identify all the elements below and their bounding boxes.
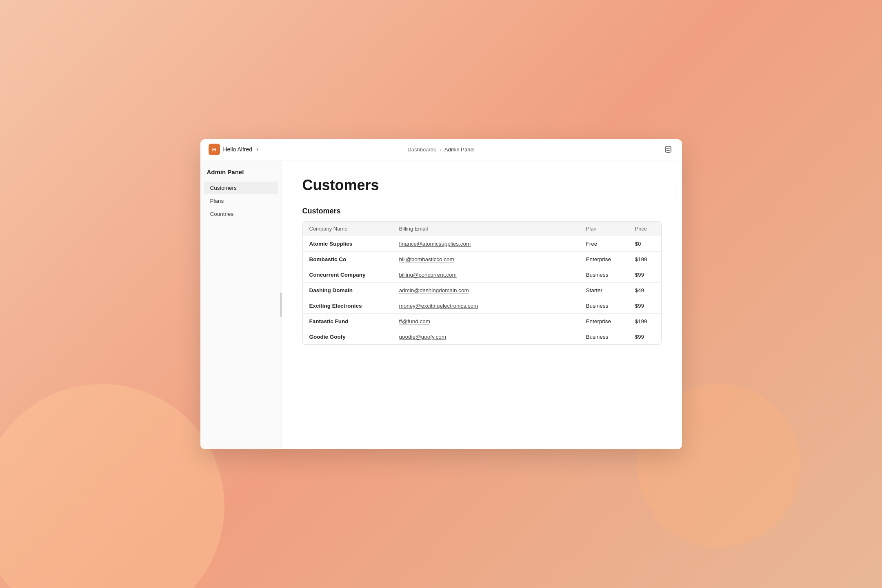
col-header-company: Company Name [303,222,393,236]
cell-company: Fantastic Fund [303,313,393,329]
cell-email[interactable]: ff@fund.com [393,313,580,329]
cell-price: $199 [629,251,661,267]
chevron-down-icon: ▾ [256,147,259,152]
cell-plan: Starter [580,282,629,298]
cell-company: Goodie Goofy [303,329,393,344]
sidebar: Admin Panel Customers Plans Countries [200,160,282,449]
cell-price: $99 [629,298,661,313]
customers-table: Company Name Billing Email Plan Price At… [303,222,661,344]
page-title: Customers [302,177,662,194]
cell-email[interactable]: admin@dashingdomain.com [393,282,580,298]
table-row: Dashing Domainadmin@dashingdomain.comSta… [303,282,661,298]
app-window: H Hello Alfred ▾ Dashboards › Admin Pane… [200,139,682,449]
customers-table-wrapper: Company Name Billing Email Plan Price At… [302,221,662,345]
cell-price: $199 [629,313,661,329]
cell-company: Dashing Domain [303,282,393,298]
cell-price: $99 [629,329,661,344]
cell-plan: Business [580,329,629,344]
cell-company: Atomic Supplies [303,236,393,251]
col-header-plan: Plan [580,222,629,236]
email-link[interactable]: admin@dashingdomain.com [399,287,469,293]
sidebar-scrollbar [280,293,282,317]
sidebar-title: Admin Panel [200,169,282,181]
svg-point-0 [665,146,671,149]
sidebar-item-customers[interactable]: Customers [204,182,278,194]
cell-email[interactable]: finance@atomicsupplies.com [393,236,580,251]
breadcrumb-current: Admin Panel [444,146,475,153]
table-row: Atomic Suppliesfinance@atomicsupplies.co… [303,236,661,251]
app-switcher[interactable]: H Hello Alfred ▾ [209,144,259,155]
cell-plan: Business [580,298,629,313]
cell-email[interactable]: bill@bombasticco.com [393,251,580,267]
cell-email[interactable]: goodie@goofy.com [393,329,580,344]
section-title: Customers [302,207,662,215]
database-icon[interactable] [662,144,674,155]
email-link[interactable]: money@excitingelectronics.com [399,303,478,309]
table-row: Fantastic Fundff@fund.comEnterprise$199 [303,313,661,329]
cell-price: $0 [629,236,661,251]
cell-price: $49 [629,282,661,298]
content-area: Customers Customers Company Name Billing… [282,160,682,449]
breadcrumb-parent[interactable]: Dashboards [407,146,436,153]
cell-email[interactable]: billing@concurrent.com [393,267,580,282]
topbar-actions [662,144,674,155]
col-header-price: Price [629,222,661,236]
cell-plan: Enterprise [580,313,629,329]
cell-email[interactable]: money@excitingelectronics.com [393,298,580,313]
cell-company: Concurrent Company [303,267,393,282]
email-link[interactable]: billing@concurrent.com [399,272,457,278]
cell-plan: Business [580,267,629,282]
app-name-label: Hello Alfred [223,146,253,153]
breadcrumb: Dashboards › Admin Panel [407,146,474,153]
app-logo: H [209,144,220,155]
cell-plan: Free [580,236,629,251]
email-link[interactable]: bill@bombasticco.com [399,256,454,262]
sidebar-item-plans[interactable]: Plans [204,195,278,207]
email-link[interactable]: goodie@goofy.com [399,334,447,340]
email-link[interactable]: ff@fund.com [399,318,431,324]
cell-plan: Enterprise [580,251,629,267]
cell-price: $99 [629,267,661,282]
table-row: Concurrent Companybilling@concurrent.com… [303,267,661,282]
breadcrumb-separator: › [440,146,441,153]
table-header-row: Company Name Billing Email Plan Price [303,222,661,236]
main-layout: Admin Panel Customers Plans Countries Cu… [200,160,682,449]
table-body: Atomic Suppliesfinance@atomicsupplies.co… [303,236,661,344]
cell-company: Bombastic Co [303,251,393,267]
table-row: Goodie Goofygoodie@goofy.comBusiness$99 [303,329,661,344]
email-link[interactable]: finance@atomicsupplies.com [399,241,471,247]
table-row: Exciting Electronicsmoney@excitingelectr… [303,298,661,313]
topbar: H Hello Alfred ▾ Dashboards › Admin Pane… [200,139,682,160]
sidebar-item-countries[interactable]: Countries [204,208,278,220]
table-row: Bombastic Cobill@bombasticco.comEnterpri… [303,251,661,267]
col-header-email: Billing Email [393,222,580,236]
cell-company: Exciting Electronics [303,298,393,313]
